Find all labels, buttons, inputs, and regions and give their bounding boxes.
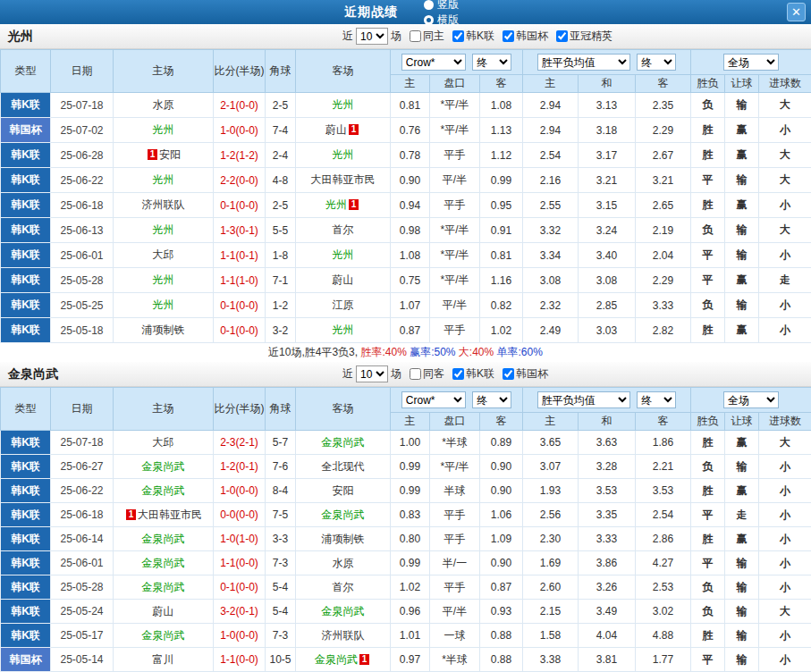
team-label: 金泉尚武 (322, 508, 365, 521)
team-label: 蔚山 (325, 123, 347, 136)
filter-checkbox-韩K联[interactable]: 韩K联 (452, 366, 494, 382)
corner-score: 7-6 (266, 455, 296, 479)
away-team: 大田韩亚市民 (296, 168, 391, 193)
team-label: 大田韩亚市民 (138, 508, 202, 521)
scope-select[interactable]: 全场 (723, 391, 779, 408)
match-row: 韩K联 25-06-18 1大田韩亚市民 0-0(0-0) 7-5 金泉尚武 0… (1, 503, 811, 527)
away-team: 金泉尚武 (296, 431, 391, 455)
europe-draw: 3.21 (579, 168, 636, 193)
team-label: 大邱 (153, 436, 174, 449)
score: 1-1(0-1) (214, 243, 266, 268)
europe-home: 1.58 (523, 624, 579, 648)
match-row: 韩K联 25-06-28 1安阳 1-2(1-2) 2-4 光州 0.78 平手… (1, 143, 811, 168)
team-label: 光州 (153, 173, 174, 186)
corner-score: 1-8 (266, 243, 296, 268)
home-team: 水原 (114, 93, 214, 118)
result-wdl: 平 (691, 268, 725, 293)
filter-checkbox-韩国杯[interactable]: 韩国杯 (503, 29, 548, 44)
result-handicap: 输 (725, 551, 759, 575)
home-team: 1安阳 (114, 143, 214, 168)
match-date: 25-06-18 (51, 193, 114, 218)
checkbox-label: 亚冠精英 (570, 29, 612, 44)
bookmaker-select[interactable]: Crow* (401, 391, 466, 408)
europe-average-select[interactable]: 胜平负均值 (537, 54, 630, 71)
scope-select[interactable]: 全场 (723, 54, 779, 71)
checkbox-input[interactable] (452, 368, 464, 380)
away-team: 金泉尚武1 (296, 648, 391, 672)
league-badge: 韩K联 (1, 455, 51, 479)
corner-score: 7-3 (266, 551, 296, 575)
league-badge: 韩K联 (1, 479, 51, 503)
result-handicap: 赢 (725, 193, 759, 218)
result-handicap: 赢 (725, 318, 759, 343)
checkbox-input[interactable] (452, 30, 464, 42)
checkbox-input[interactable] (410, 30, 421, 42)
result-goals: 小 (759, 193, 811, 218)
score: 1-1(0-0) (214, 648, 266, 672)
odds-home: 0.83 (391, 503, 430, 527)
checkbox-input[interactable] (503, 368, 514, 380)
home-team: 富川 (114, 648, 214, 672)
checkbox-input[interactable] (503, 30, 514, 42)
col-header-europe-home: 主 (523, 75, 579, 93)
handicap: *平/半 (430, 118, 480, 143)
corner-score: 5-7 (266, 431, 296, 455)
europe-away: 3.21 (636, 168, 691, 193)
result-handicap: 输 (725, 648, 759, 672)
bookmaker-select[interactable]: Crow* (401, 54, 466, 71)
home-team: 金泉尚武 (114, 551, 214, 575)
match-row: 韩K联 25-05-17 金泉尚武 1-0(0-0) 7-3 济州联队 1.01… (1, 624, 811, 648)
result-handicap: 走 (725, 503, 759, 527)
match-date: 25-06-27 (51, 455, 114, 479)
europe-draw: 3.40 (579, 243, 636, 268)
europe-average-select[interactable]: 胜平负均值 (537, 391, 630, 408)
odds-stage-select[interactable]: 终 (472, 54, 511, 71)
result-wdl: 胜 (691, 624, 725, 648)
corner-score: 2-5 (266, 93, 296, 118)
europe-away: 2.53 (636, 575, 691, 600)
filter-checkbox-韩国杯[interactable]: 韩国杯 (503, 366, 548, 382)
team-label: 金泉尚武 (315, 653, 358, 666)
europe-home: 3.34 (523, 243, 579, 268)
result-goals: 小 (759, 318, 811, 343)
corner-score: 5-4 (266, 575, 296, 600)
team-label: 光州 (153, 123, 174, 136)
col-header-corner: 角球 (266, 50, 296, 93)
checkbox-input[interactable] (410, 368, 421, 380)
filter-checkbox-同主[interactable]: 同主 (410, 29, 444, 44)
result-handicap: 赢 (725, 431, 759, 455)
odds-away: 1.09 (480, 527, 523, 551)
league-badge: 韩K联 (1, 218, 51, 243)
result-wdl: 负 (691, 293, 725, 318)
games-count-select[interactable]: 10 (356, 365, 388, 382)
close-button[interactable]: ✕ (787, 3, 806, 21)
europe-home: 3.32 (523, 218, 579, 243)
handicap: 平手 (430, 143, 480, 168)
league-badge: 韩国杯 (1, 648, 51, 672)
odds-home: 0.80 (391, 527, 430, 551)
result-handicap: 赢 (725, 118, 759, 143)
europe-home: 2.16 (523, 168, 579, 193)
layout-radio-vertical[interactable]: 竖版 (424, 0, 459, 13)
match-row: 韩K联 25-06-14 金泉尚武 1-0(1-0) 3-3 浦项制铁 0.80… (1, 527, 811, 551)
checkbox-label: 韩K联 (466, 366, 494, 382)
europe-stage-select[interactable]: 终 (637, 54, 676, 71)
score: 2-3(2-1) (214, 431, 266, 455)
europe-stage-select[interactable]: 终 (637, 391, 676, 408)
filter-checkbox-亚冠精英[interactable]: 亚冠精英 (556, 29, 612, 44)
radio-icon (424, 0, 434, 10)
col-header-corner: 角球 (266, 388, 296, 431)
team-section: 金泉尚武 近 10 场 同客韩K联韩国杯 类型 日期 主场 (0, 362, 811, 672)
filter-checkbox-同客[interactable]: 同客 (410, 366, 444, 382)
result-goals: 小 (759, 118, 811, 143)
match-date: 25-06-18 (51, 503, 114, 527)
games-count-select[interactable]: 10 (356, 28, 388, 45)
odds-stage-select[interactable]: 终 (472, 391, 511, 408)
filter-checkbox-韩K联[interactable]: 韩K联 (452, 29, 494, 44)
league-badge: 韩K联 (1, 431, 51, 455)
match-row: 韩K联 25-07-18 大邱 2-3(2-1) 5-7 金泉尚武 1.00 *… (1, 431, 811, 455)
europe-away: 2.67 (636, 143, 691, 168)
odds-away: 0.90 (480, 479, 523, 503)
checkbox-input[interactable] (556, 30, 568, 42)
europe-home: 2.94 (523, 118, 579, 143)
